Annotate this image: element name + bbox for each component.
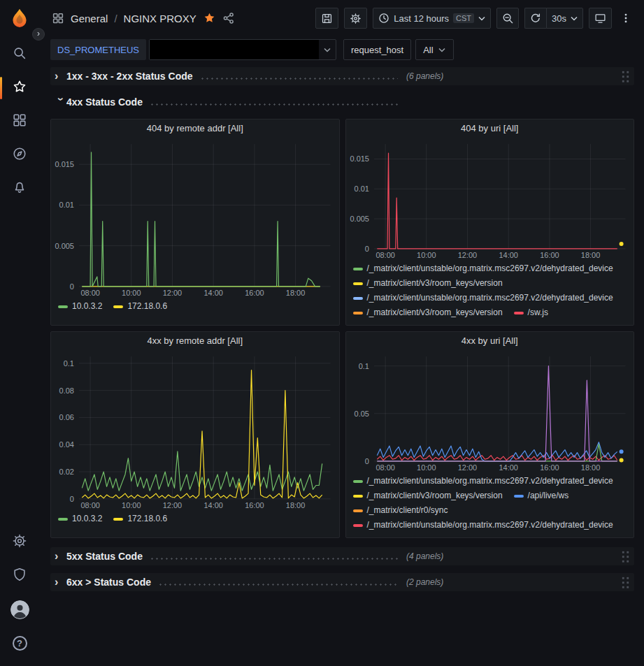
row-5xx[interactable]: › 5xx Status Code (4 panels) (50, 547, 634, 565)
svg-text:10:00: 10:00 (122, 289, 141, 297)
panel-title[interactable]: 4xx by remote addr [All] (51, 332, 339, 350)
dashboard-body: › 1xx - 3xx - 2xx Status Code (6 panels)… (39, 63, 644, 591)
row-6xx[interactable]: › 6xx > Status Code (2 panels) (50, 573, 634, 591)
panel-404-by-remote-addr: 404 by remote addr [All] 08:0010:0012:00… (50, 119, 340, 326)
sidebar-expand-button[interactable]: › (32, 28, 45, 41)
svg-text:08:00: 08:00 (80, 501, 99, 509)
kebab-menu-button[interactable] (617, 10, 634, 26)
legend-item[interactable]: 10.0.3.2 (58, 513, 102, 525)
svg-text:14:00: 14:00 (499, 251, 517, 259)
sidebar-nav (0, 43, 39, 210)
panel-title[interactable]: 404 by uri [All] (346, 120, 634, 138)
sidebar-item-server-admin[interactable] (0, 564, 39, 588)
time-series-chart[interactable]: 08:0010:0012:0014:0016:0018:0000.0050.01… (346, 138, 634, 261)
save-button[interactable] (315, 8, 338, 29)
legend-swatch (514, 495, 524, 498)
sidebar-item-settings[interactable] (0, 530, 39, 554)
legend-swatch (58, 305, 68, 308)
svg-text:18:00: 18:00 (286, 501, 305, 509)
legend-swatch (353, 312, 363, 314)
breadcrumb-dashboard[interactable]: NGINX PROXY (124, 13, 196, 24)
sidebar-item-search[interactable] (0, 43, 39, 66)
dashboard-settings-button[interactable] (344, 8, 367, 29)
clock-icon (378, 13, 389, 24)
share-icon[interactable] (222, 12, 235, 24)
time-series-chart[interactable]: 08:0010:0012:0014:0016:0018:0000.050.1 (346, 350, 634, 473)
panel-title[interactable]: 404 by remote addr [All] (51, 120, 339, 138)
legend-item[interactable]: 10.0.3.2 (58, 301, 102, 312)
legend-item[interactable]: /_matrix/client/unstable/org.matrix.msc2… (353, 292, 613, 304)
svg-text:14:00: 14:00 (203, 501, 222, 509)
row-title: 6xx > Status Code (66, 577, 151, 588)
sidebar-bottom-nav: ? (0, 530, 39, 665)
legend-swatch (353, 509, 363, 512)
zoom-out-button[interactable] (496, 8, 519, 29)
request-host-variable-value: All (423, 45, 433, 55)
svg-text:0: 0 (364, 245, 368, 253)
request-host-variable-select[interactable]: All (415, 39, 453, 60)
svg-text:16:00: 16:00 (540, 251, 559, 259)
grafana-logo[interactable] (8, 7, 31, 31)
legend-swatch (113, 518, 123, 521)
legend-item[interactable]: /_matrix/client/unstable/org.matrix.msc2… (353, 263, 613, 275)
svg-text:10:00: 10:00 (417, 463, 436, 472)
chevron-down-icon: › (55, 97, 67, 109)
legend-item[interactable]: /_matrix/client/unstable/org.matrix.msc2… (353, 475, 613, 487)
legend-item[interactable]: /_matrix/client/v3/room_keys/version (353, 307, 503, 319)
row-4xx[interactable]: › 4xx Status Code (50, 93, 634, 111)
breadcrumb-section[interactable]: General (71, 13, 108, 24)
row-leader-dots (158, 584, 398, 586)
svg-text:0: 0 (364, 457, 368, 465)
sidebar-item-dashboards[interactable] (0, 110, 39, 133)
time-range-picker[interactable]: Last 12 hours CST (373, 8, 491, 29)
time-series-chart[interactable]: 08:0010:0012:0014:0016:0018:0000.020.040… (51, 350, 339, 511)
sidebar-item-starred[interactable] (0, 76, 39, 100)
chevron-down-icon (478, 16, 485, 21)
sidebar-item-profile[interactable] (0, 598, 39, 621)
svg-text:0.01: 0.01 (59, 201, 74, 209)
panel-title[interactable]: 4xx by uri [All] (346, 332, 634, 350)
legend-item[interactable]: 172.18.0.6 (113, 513, 167, 525)
svg-text:0.01: 0.01 (354, 184, 368, 193)
refresh-button[interactable] (524, 8, 546, 29)
legend-label: /api/live/ws (528, 490, 569, 502)
datasource-variable-select[interactable] (149, 39, 336, 60)
row-1xx-3xx-2xx[interactable]: › 1xx - 3xx - 2xx Status Code (6 panels) (50, 67, 634, 85)
legend-item[interactable]: /_matrix/client/v3/room_keys/version (353, 277, 503, 289)
page: General / NGINX PROXY Last 12 hours CST … (39, 0, 644, 666)
cycle-view-button[interactable] (589, 8, 612, 29)
favorite-star-icon[interactable] (203, 12, 216, 25)
request-host-variable: request_host All (343, 39, 454, 60)
row-drag-handle[interactable] (621, 576, 630, 589)
shield-icon (12, 567, 27, 585)
sidebar-item-alerting[interactable] (0, 177, 39, 201)
row-leader-dots (150, 103, 398, 106)
svg-text:10:00: 10:00 (122, 501, 141, 509)
row-drag-handle[interactable] (621, 550, 630, 563)
svg-text:0.08: 0.08 (59, 386, 74, 395)
panel-legend: /_matrix/client/unstable/org.matrix.msc2… (346, 261, 634, 325)
panel-4xx-by-uri: 4xx by uri [All] 08:0010:0012:0014:0016:… (345, 331, 635, 538)
refresh-interval-dropdown[interactable]: 30s (546, 8, 583, 29)
row-panel-count: (6 panels) (406, 71, 443, 81)
datasource-variable-label[interactable]: DS_PROMETHEUS (50, 39, 146, 60)
svg-text:18:00: 18:00 (580, 251, 599, 259)
legend-item[interactable]: 172.18.0.6 (113, 301, 167, 312)
legend-item[interactable]: /_matrix/client/v3/room_keys/version (353, 490, 503, 502)
legend-swatch (353, 495, 363, 498)
sidebar-item-explore[interactable] (0, 143, 39, 167)
breadcrumb: General / NGINX PROXY (52, 12, 235, 25)
legend-item[interactable]: /sw.js (514, 307, 548, 319)
time-series-chart[interactable]: 08:0010:0012:0014:0016:0018:0000.0050.01… (51, 138, 339, 298)
legend-item[interactable]: /_matrix/client/r0/sync (353, 505, 448, 516)
sidebar-item-help[interactable]: ? (0, 631, 39, 655)
legend-item[interactable]: /_matrix/client/unstable/org.matrix.msc2… (353, 519, 613, 531)
svg-text:14:00: 14:00 (203, 289, 222, 297)
row-leader-dots (200, 78, 398, 80)
legend-item[interactable]: /api/live/ws (514, 490, 569, 502)
legend-label: /_matrix/client/unstable/org.matrix.msc2… (367, 519, 613, 531)
panel-grid: 404 by remote addr [All] 08:0010:0012:00… (50, 119, 634, 538)
request-host-variable-label[interactable]: request_host (343, 39, 411, 60)
row-drag-handle[interactable] (621, 70, 630, 83)
chevron-right-icon: › (55, 576, 66, 588)
